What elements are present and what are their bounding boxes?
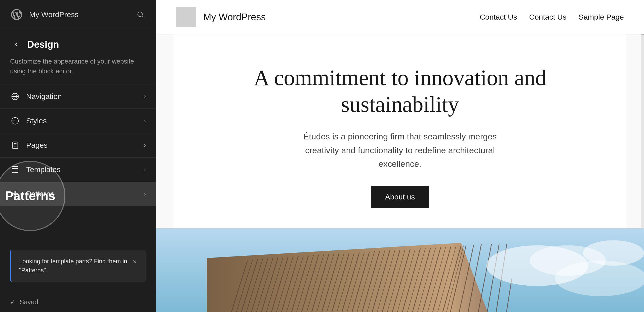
sidebar-item-pages[interactable]: Pages › bbox=[0, 133, 156, 157]
sidebar-footer: ✓ Saved bbox=[0, 292, 156, 312]
website-preview: My WordPress Contact Us Contact Us Sampl… bbox=[156, 0, 644, 312]
navigation-chevron: › bbox=[144, 93, 146, 100]
sidebar-section-title: Design bbox=[27, 39, 59, 50]
sidebar: My WordPress Design Customize the appear… bbox=[0, 0, 156, 312]
sidebar-description: Customize the appearance of your website… bbox=[0, 55, 156, 84]
svg-point-70 bbox=[555, 261, 644, 296]
hero-section: A commitment to innovation and sustainab… bbox=[174, 34, 626, 228]
svg-rect-8 bbox=[15, 194, 18, 197]
wordpress-logo bbox=[10, 8, 23, 21]
nav-contact-us-1[interactable]: Contact Us bbox=[480, 13, 517, 21]
styles-label: Styles bbox=[26, 117, 138, 125]
templates-label: Templates bbox=[26, 165, 138, 174]
sidebar-notice-text: Looking for template parts? Find them in… bbox=[19, 257, 128, 275]
templates-chevron: › bbox=[144, 166, 146, 173]
site-navigation: Contact Us Contact Us Sample Page bbox=[480, 13, 624, 21]
sidebar-notice: Looking for template parts? Find them in… bbox=[10, 250, 146, 282]
saved-label: Saved bbox=[20, 298, 38, 306]
hero-subtitle: Études is a pioneering firm that seamles… bbox=[287, 130, 513, 171]
sidebar-item-styles[interactable]: Styles › bbox=[0, 109, 156, 133]
design-header: Design bbox=[0, 29, 156, 55]
patterns-icon bbox=[10, 189, 20, 199]
sidebar-item-patterns[interactable]: Patterns › bbox=[0, 182, 156, 206]
hero-title: A commitment to innovation and sustainab… bbox=[249, 65, 551, 118]
pages-label: Pages bbox=[26, 141, 138, 149]
sidebar-item-navigation[interactable]: Navigation › bbox=[0, 84, 156, 109]
site-header: My WordPress Contact Us Contact Us Sampl… bbox=[156, 0, 644, 34]
svg-point-71 bbox=[583, 240, 644, 266]
site-logo-area: My WordPress bbox=[176, 7, 266, 27]
svg-rect-3 bbox=[12, 142, 18, 149]
navigation-label: Navigation bbox=[26, 92, 138, 101]
site-logo bbox=[176, 7, 196, 27]
pages-chevron: › bbox=[144, 142, 146, 149]
back-button[interactable] bbox=[10, 38, 22, 50]
svg-point-0 bbox=[138, 12, 143, 17]
saved-check-icon: ✓ bbox=[10, 298, 16, 306]
about-us-button[interactable]: About us bbox=[371, 186, 429, 208]
search-icon[interactable] bbox=[135, 9, 146, 20]
svg-rect-5 bbox=[12, 191, 15, 194]
nav-contact-us-2[interactable]: Contact Us bbox=[529, 13, 566, 21]
patterns-chevron: › bbox=[144, 190, 146, 197]
svg-rect-4 bbox=[12, 167, 18, 173]
close-notice-button[interactable]: × bbox=[132, 257, 138, 267]
svg-rect-6 bbox=[15, 191, 18, 194]
sidebar-topbar: My WordPress bbox=[0, 0, 156, 29]
nav-sample-page[interactable]: Sample Page bbox=[579, 13, 624, 21]
sidebar-item-templates[interactable]: Templates › bbox=[0, 157, 156, 182]
site-name: My WordPress bbox=[203, 12, 266, 23]
pages-icon bbox=[10, 140, 20, 150]
svg-rect-7 bbox=[12, 194, 15, 197]
topbar-site-title: My WordPress bbox=[29, 10, 78, 19]
architecture-image bbox=[156, 228, 644, 312]
navigation-icon bbox=[10, 91, 20, 101]
styles-icon bbox=[10, 116, 20, 126]
styles-chevron: › bbox=[144, 117, 146, 124]
templates-icon bbox=[10, 165, 20, 175]
patterns-label: Patterns bbox=[26, 190, 138, 198]
